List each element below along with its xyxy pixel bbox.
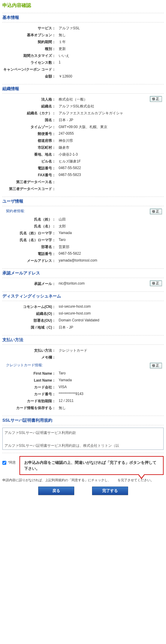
complete-button[interactable]: 完了する bbox=[92, 487, 128, 495]
agree-checkbox[interactable] bbox=[2, 461, 6, 465]
field-value: Taro bbox=[59, 371, 164, 376]
section-pay-title: 支払い方法 bbox=[2, 335, 164, 345]
field-value: 0467-55-5822 bbox=[59, 166, 164, 171]
field-row: 部署名：営業部 bbox=[2, 244, 164, 250]
edit-org-button[interactable]: 修正 bbox=[150, 96, 162, 102]
field-row: 番地、地名：小袋谷2-1-3 bbox=[2, 151, 164, 158]
field-label: 期間カスタマイズ： bbox=[2, 53, 59, 58]
field-label: 国名： bbox=[2, 118, 59, 123]
field-value: 鎌倉市 bbox=[59, 145, 164, 150]
field-label: 支払い方法： bbox=[2, 348, 59, 353]
user-subheader: 契約者情報: bbox=[6, 209, 164, 214]
field-row: 基本オプション：無し bbox=[2, 32, 164, 39]
field-row: 支払い方法：クレジットカード bbox=[2, 347, 164, 354]
field-label: メモ欄： bbox=[2, 355, 59, 360]
field-value: VISA bbox=[59, 385, 164, 390]
field-label: メールアドレス： bbox=[2, 258, 59, 263]
section-org: 修正 法人格：株式会社（一般）組織名：アルファSSL株式会社組織名（カナ）：アル… bbox=[2, 96, 164, 192]
field-row: 期間カスタマイズ：いいえ bbox=[2, 52, 164, 59]
field-label: 部署名(OU)： bbox=[2, 318, 59, 323]
callout-box: お申込み内容をご確認の上、間違いがなければ「完了する」ボタンを押して下さい。 bbox=[19, 456, 164, 475]
field-label: ライセンス数： bbox=[2, 60, 59, 65]
field-label: タイムゾーン： bbox=[2, 124, 59, 130]
terms-line2: アルファSSLサーバ証明書サービス利用約款は、株式会社トリトン（以 bbox=[4, 443, 162, 449]
field-row: FAX番号：0467-55-5823 bbox=[2, 172, 164, 179]
field-row: 都道府県：神奈川県 bbox=[2, 137, 164, 144]
back-button[interactable]: 戻る bbox=[38, 487, 74, 495]
edit-approve-button[interactable]: 修正 bbox=[150, 280, 162, 286]
field-row: カード会社：VISA bbox=[2, 384, 164, 391]
field-row: ビル名：ヒルズ鎌倉1F bbox=[2, 158, 164, 165]
field-value: 1 bbox=[59, 60, 164, 65]
field-label: 氏名（姓）ローマ字： bbox=[2, 231, 59, 236]
field-value: 247-0055 bbox=[59, 131, 164, 136]
field-value bbox=[59, 180, 164, 185]
field-label: 電話番号： bbox=[2, 166, 59, 171]
field-value: 更新 bbox=[59, 46, 164, 51]
section-terms-title: SSLサーバ証明書利用規約 bbox=[2, 416, 164, 425]
field-row: Last Name：Yamada bbox=[2, 377, 164, 384]
field-value: 株式会社（一般） bbox=[59, 97, 164, 102]
field-value: 山田 bbox=[59, 217, 164, 222]
field-row: カード有効期限：12 / 2011 bbox=[2, 398, 164, 405]
field-value bbox=[59, 355, 164, 360]
section-pay: 支払い方法：クレジットカードメモ欄： 修正 クレジットカード情報: First … bbox=[2, 347, 164, 411]
terms-line1: アルファSSLサーバ証明書サービス利用約款 bbox=[4, 430, 162, 436]
field-value: Yamada bbox=[59, 378, 164, 383]
field-label: 都道府県： bbox=[2, 138, 59, 143]
field-value: Taro bbox=[59, 238, 164, 243]
field-label: 法人格： bbox=[2, 97, 59, 102]
field-row: 法人格：株式会社（一般） bbox=[2, 96, 164, 103]
field-value: アルファSSL株式会社 bbox=[59, 104, 164, 109]
field-row: カード番号：************9143 bbox=[2, 391, 164, 398]
section-dn-title: ディスティングイッシュネーム bbox=[2, 291, 164, 301]
edit-card-button[interactable]: 修正 bbox=[150, 363, 162, 368]
field-label: ビル名： bbox=[2, 159, 59, 164]
field-row: メモ欄： bbox=[2, 354, 164, 361]
field-label: 国 / 地域（C)： bbox=[2, 325, 59, 330]
field-value: ************9143 bbox=[59, 392, 164, 397]
field-value: ￥12600 bbox=[59, 74, 164, 79]
field-row: 第三者データベース名： bbox=[2, 179, 164, 186]
field-row: 部署名(OU)：Domain Control Validated bbox=[2, 317, 164, 324]
field-value bbox=[59, 67, 164, 72]
field-value: クレジットカード bbox=[59, 348, 164, 353]
field-label: カード情報を保存する： bbox=[2, 405, 59, 411]
field-label: 氏名（名）： bbox=[2, 224, 59, 229]
field-value: yamada@toritonssl.com bbox=[59, 258, 164, 263]
field-row: 契約期間：１年 bbox=[2, 39, 164, 45]
field-row: 組織名（カナ）：アルファエスエスエルカブシキガイシャ bbox=[2, 110, 164, 117]
field-value: Domain Control Validated bbox=[59, 318, 164, 323]
field-row: タイムゾーン：GMT+09:00 大阪、札幌、東京 bbox=[2, 124, 164, 130]
field-row: メールアドレス：yamada@toritonssl.com bbox=[2, 257, 164, 264]
field-value: いいえ bbox=[59, 53, 164, 58]
field-label: 金額： bbox=[2, 74, 59, 79]
field-value: nic@toriton.com bbox=[59, 281, 164, 286]
field-value: 0467-55-5823 bbox=[59, 173, 164, 178]
field-label: 氏名（姓）： bbox=[2, 217, 59, 222]
edit-user-button[interactable]: 修正 bbox=[150, 209, 162, 214]
card-subheader: クレジットカード情報: bbox=[6, 363, 164, 368]
field-value: アルファSSL bbox=[59, 26, 164, 31]
field-value: 営業部 bbox=[59, 244, 164, 250]
section-dn: コモンネーム(CN)：ssl-secure-host.com組織名(O)：ssl… bbox=[2, 303, 164, 331]
field-row: 承認メール：nic@toriton.com bbox=[2, 280, 164, 287]
section-user-title: ユーザ情報 bbox=[2, 197, 164, 206]
terms-textarea[interactable]: アルファSSLサーバ証明書サービス利用約款 アルファSSLサーバ証明書サービス利… bbox=[2, 428, 164, 450]
section-user: 修正 契約者情報: 氏名（姓）：山田氏名（名）：太郎氏名（姓）ローマ字：Yama… bbox=[2, 209, 164, 264]
field-row: 氏名（姓）ローマ字：Yamada bbox=[2, 230, 164, 237]
field-row: First Name：Taro bbox=[2, 370, 164, 377]
field-row: 種別：更新 bbox=[2, 45, 164, 52]
section-basic: サービス：アルファSSL基本オプション：無し契約期間：１年種別：更新期間カスタマ… bbox=[2, 25, 164, 80]
field-value: 太郎 bbox=[59, 224, 164, 229]
field-row: 市区町村：鎌倉市 bbox=[2, 144, 164, 151]
field-value: 小袋谷2-1-3 bbox=[59, 152, 164, 157]
field-label: 市区町村： bbox=[2, 145, 59, 150]
field-label: 組織名（カナ）： bbox=[2, 111, 59, 116]
field-row: サービス：アルファSSL bbox=[2, 25, 164, 32]
field-row: 国 / 地域（C)：日本 - JP bbox=[2, 324, 164, 331]
field-value: アルファエスエスエルカブシキガイシャ bbox=[59, 111, 164, 116]
field-value: 無し bbox=[59, 405, 164, 411]
field-label: 電話番号： bbox=[2, 251, 59, 256]
field-label: 組織名： bbox=[2, 104, 59, 109]
